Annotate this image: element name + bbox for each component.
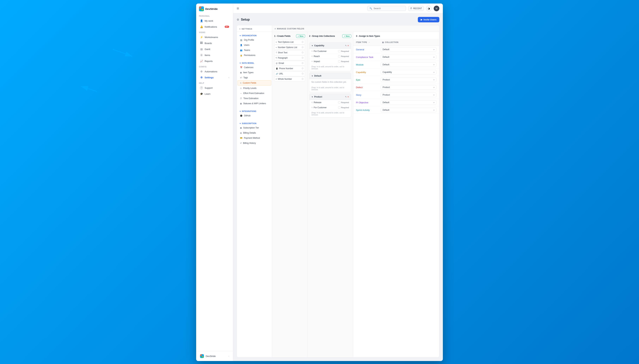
sidebar-item-learn[interactable]: 🎓 Learn bbox=[197, 91, 232, 97]
field-url[interactable]: 🔗 URL ⓘ bbox=[274, 71, 305, 76]
step2-new-label: New bbox=[346, 35, 350, 37]
release-checkbox[interactable] bbox=[338, 102, 340, 104]
sidebar-item-boards[interactable]: Boards bbox=[197, 40, 232, 46]
capability-collection-select[interactable]: Capability ▾ bbox=[381, 70, 436, 74]
views-label: VIEWS bbox=[196, 30, 233, 34]
svg-rect-4 bbox=[200, 42, 201, 42]
capability-edit-btn[interactable]: ✎ bbox=[345, 44, 347, 47]
it-collection-col-header: ▦ Collection bbox=[382, 41, 436, 44]
number-options-info[interactable]: ⓘ bbox=[302, 46, 303, 48]
sidebar-item-settings[interactable]: ⚙ Settings › bbox=[197, 75, 232, 80]
text-options-label: Text Options List bbox=[278, 41, 294, 43]
sidebar-item-items[interactable]: ☰ Items bbox=[197, 52, 232, 58]
url-info[interactable]: ⓘ bbox=[302, 72, 303, 75]
nav-custom-fields[interactable]: ≡ Custom Fields bbox=[238, 80, 271, 86]
teams-label: Teams bbox=[244, 49, 250, 52]
general-collection-select[interactable]: Default ▾ bbox=[381, 47, 436, 52]
reach-checkbox[interactable] bbox=[338, 55, 340, 58]
search-input[interactable] bbox=[374, 7, 400, 10]
field-row-for-customer2: ⠿ For Customer Required bbox=[309, 105, 351, 110]
svg-rect-2 bbox=[200, 9, 201, 10]
whole-number-info[interactable]: ⓘ bbox=[302, 78, 303, 80]
sidebar-item-mywork[interactable]: 👤 My work bbox=[197, 18, 232, 24]
whole-number-label: Whole Number bbox=[278, 78, 292, 80]
sidebar-item-automations[interactable]: ⚙ Automations bbox=[197, 69, 232, 74]
sidebar-item-workstreams[interactable]: ⚡ Workstreams bbox=[197, 34, 232, 40]
step2-new-button[interactable]: + New bbox=[342, 34, 351, 38]
sidebar-item-notifications[interactable]: 🔔 Notifications 99+ bbox=[197, 24, 232, 30]
pi-collection-select[interactable]: Default ▾ bbox=[381, 100, 436, 105]
step1-panel: 1 - Create Fields + New ≡ Te bbox=[272, 32, 307, 357]
defect-collection-select[interactable]: Product ▾ bbox=[381, 85, 436, 90]
sidebar-item-gantt[interactable]: ▤ Gantt bbox=[197, 46, 232, 52]
story-collection-select[interactable]: Product ▾ bbox=[381, 92, 436, 97]
nav-payment-method[interactable]: 💳 Payment Method bbox=[238, 136, 271, 140]
field-paragraph[interactable]: ¶ Paragraph ⓘ bbox=[274, 56, 305, 60]
field-number-options[interactable]: ≡ Number Options List ⓘ bbox=[274, 45, 305, 50]
search-bar[interactable]: 🔍 bbox=[367, 6, 406, 11]
theme-toggle[interactable]: ◑ bbox=[426, 6, 432, 11]
for-customer-checkbox[interactable] bbox=[338, 50, 340, 52]
nav-effort-point[interactable]: ↔ Effort Point Estimation bbox=[238, 91, 271, 96]
compliance-collection-select[interactable]: Default ▾ bbox=[381, 55, 436, 59]
item-types-header: Item Type → ▦ Collection bbox=[353, 39, 439, 46]
impact-checkbox[interactable] bbox=[338, 60, 340, 62]
nav-cadences[interactable]: 📅 Cadences bbox=[238, 65, 271, 70]
drag-handle-for-customer[interactable]: ⠿ bbox=[311, 50, 313, 52]
phone-info[interactable]: ⓘ bbox=[302, 67, 303, 70]
module-collection-select[interactable]: Default ▾ bbox=[381, 62, 436, 67]
nav-billing-details[interactable]: ▤ Billing Details bbox=[238, 130, 271, 135]
field-short-text[interactable]: T Short Text ⓘ bbox=[274, 50, 305, 55]
effort-label: Effort Point Estimation bbox=[243, 92, 264, 94]
item-types-icon: ▦ bbox=[240, 72, 242, 74]
product-delete-btn[interactable]: ✕ bbox=[347, 96, 349, 98]
nav-subscription-tier[interactable]: ▦ Subscription Tier bbox=[238, 125, 271, 130]
nav-org-profile[interactable]: 🏢 Org Profile bbox=[238, 38, 271, 42]
compliance-collection-value: Default bbox=[383, 56, 389, 58]
sidebar-item-support[interactable]: ? Support bbox=[197, 85, 232, 91]
url-icon: 🔗 bbox=[276, 73, 278, 75]
sidebar-item-reports[interactable]: 📈 Reports bbox=[197, 58, 232, 64]
nav-teams[interactable]: 👥 Teams bbox=[238, 48, 271, 53]
invite-users-button[interactable]: ▶ Invite Users bbox=[418, 17, 439, 22]
for-customer2-checkbox[interactable] bbox=[338, 106, 340, 108]
product-edit-btn[interactable]: ✎ bbox=[345, 96, 347, 98]
epic-collection-select[interactable]: Product ▾ bbox=[381, 78, 436, 82]
nav-permissions[interactable]: 🔒 Permissions bbox=[238, 53, 271, 58]
phone-label: Phone Number bbox=[279, 67, 293, 70]
integrations-label: INTEGRATIONS bbox=[242, 110, 256, 112]
tags-label: Tags bbox=[243, 76, 248, 79]
capability-delete-btn[interactable]: ✕ bbox=[347, 44, 349, 47]
field-whole-number[interactable]: # Whole Number ⓘ bbox=[274, 76, 305, 82]
field-text-options[interactable]: ≡ Text Options List ⓘ bbox=[274, 40, 305, 44]
nav-github[interactable]: ⚫ GitHub bbox=[238, 113, 271, 118]
nav-time-estimation[interactable]: ⏱ Time Estimation bbox=[238, 96, 271, 101]
drag-handle-for-customer2[interactable]: ⠿ bbox=[311, 107, 313, 108]
paragraph-info[interactable]: ⓘ bbox=[302, 57, 303, 59]
step3-title: 3 - Assign to Item Types bbox=[356, 35, 380, 37]
nav-priority-levels[interactable]: ⚠ Priority Levels bbox=[238, 86, 271, 91]
drag-handle-impact[interactable]: ⠿ bbox=[311, 60, 313, 62]
step1-new-button[interactable]: + New bbox=[296, 34, 305, 38]
github-icon: ⚫ bbox=[240, 114, 243, 117]
recent-button[interactable]: ⏱ RECENT bbox=[408, 6, 424, 11]
email-info[interactable]: ⓘ bbox=[302, 62, 303, 64]
sprint-collection-select[interactable]: Default ▾ bbox=[381, 108, 436, 112]
field-email[interactable]: @ Email ⓘ bbox=[274, 61, 305, 66]
nav-item-types[interactable]: ▦ Item Types bbox=[238, 70, 271, 75]
short-text-info[interactable]: ⓘ bbox=[302, 52, 303, 54]
for-customer2-req-label: Required bbox=[341, 106, 349, 108]
bottom-arrow: › bbox=[229, 355, 229, 357]
drag-handle-release[interactable]: ⠿ bbox=[311, 102, 313, 104]
text-options-info[interactable]: ⓘ bbox=[302, 41, 303, 43]
nav-users[interactable]: 👤 Users bbox=[238, 42, 271, 48]
nav-statuses[interactable]: ▦ Statuses & WIP Limiters bbox=[238, 101, 271, 106]
expand-icon[interactable]: ⊞ bbox=[237, 7, 239, 10]
org-arrow: ▼ bbox=[239, 35, 241, 36]
sidebar-bottom-logo[interactable]: DevStride › bbox=[197, 353, 232, 360]
field-phone[interactable]: 📱 Phone Number ⓘ bbox=[274, 66, 305, 71]
drag-handle-reach[interactable]: ⠿ bbox=[311, 56, 313, 58]
nav-tags[interactable]: 🏷 Tags bbox=[238, 75, 271, 80]
main-content: ⊞ 🔍 ⏱ RECENT ◑ U ⚙ Setup ▶ Invite U bbox=[233, 4, 443, 361]
nav-billing-history[interactable]: ↺ Billing History bbox=[238, 141, 271, 146]
